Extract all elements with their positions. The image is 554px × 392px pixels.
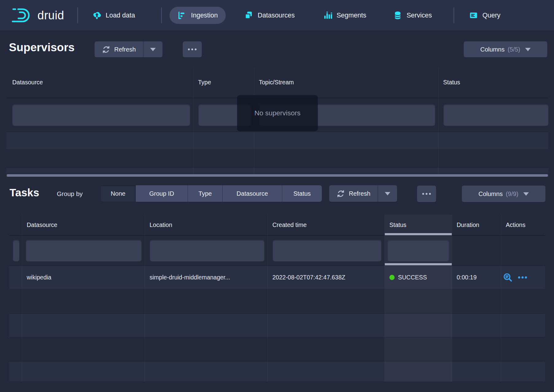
table-cell (9, 266, 22, 290)
druid-logo[interactable]: druid (12, 0, 64, 31)
table-cell (22, 290, 145, 313)
task-datasource-cell[interactable]: wikipedia (22, 266, 145, 290)
task-duration-cell[interactable]: 0:00:19 (452, 266, 501, 290)
table-cell (9, 313, 22, 337)
supervisors-col-header-topic-stream[interactable]: Topic/Stream (254, 67, 439, 98)
database-icon (393, 11, 402, 20)
chevron-down-icon (525, 48, 531, 51)
task-created-time-cell[interactable]: 2022-08-02T07:42:47.638Z (268, 266, 385, 290)
nav-item-load-data[interactable]: Load data (92, 0, 135, 31)
ellipsis-icon (188, 48, 190, 50)
bar-chart-icon (323, 11, 332, 20)
cloud-upload-icon (92, 11, 101, 20)
table-cell (22, 236, 145, 266)
chevron-down-icon (150, 48, 156, 51)
supervisors-datasource-filter-input[interactable] (12, 104, 190, 126)
nav-item-query[interactable]: Query (469, 0, 501, 31)
supervisors-status-filter-input[interactable] (443, 104, 548, 126)
table-cell (385, 337, 452, 361)
table-cell (254, 132, 439, 150)
nav-divider (77, 7, 78, 23)
tasks-col-header-clipped[interactable] (9, 215, 22, 236)
nav-item-datasources[interactable]: Datasources (244, 0, 295, 31)
tasks-clipped-filter-input[interactable] (13, 240, 19, 261)
nav-item-label: Datasources (258, 12, 295, 19)
table-cell (385, 290, 452, 313)
refresh-icon (337, 190, 345, 198)
druid-logo-icon (12, 7, 33, 24)
tasks-col-header-status[interactable]: Status (385, 215, 452, 236)
tasks-refresh-button[interactable]: Refresh (329, 185, 378, 202)
table-cell (452, 290, 501, 313)
query-editor-icon (469, 11, 478, 20)
tasks-col-header-datasource[interactable]: Datasource (22, 215, 145, 236)
table-cell (501, 290, 545, 313)
tasks-created-time-filter-input[interactable] (273, 240, 381, 261)
chevron-down-icon (385, 192, 390, 195)
tasks-datasource-filter-input[interactable] (26, 240, 142, 261)
nav-item-label: Query (482, 12, 501, 19)
tasks-more-button[interactable] (417, 186, 436, 202)
table-cell (254, 167, 439, 174)
nav-item-label: Ingestion (191, 12, 218, 19)
task-status-cell[interactable]: SUCCESS (385, 266, 452, 290)
table-cell (145, 236, 268, 266)
supervisors-more-button[interactable] (183, 41, 202, 57)
table-cell (268, 361, 385, 382)
tasks-col-header-duration[interactable]: Duration (452, 215, 501, 236)
table-cell (385, 361, 452, 382)
tasks-refresh-dropdown-button[interactable] (378, 185, 397, 202)
task-details-magnifier-icon[interactable] (503, 273, 513, 282)
task-actions-cell (501, 266, 545, 290)
supervisors-col-header-datasource[interactable]: Datasource (6, 67, 193, 98)
nav-item-ingestion[interactable]: Ingestion (170, 7, 226, 24)
nav-item-segments[interactable]: Segments (323, 0, 366, 31)
table-cell (193, 167, 254, 174)
refresh-label: Refresh (114, 46, 136, 53)
table-cell (439, 132, 548, 150)
group-by-status-button[interactable]: Status (282, 185, 322, 202)
ingestion-chart-icon (178, 11, 187, 20)
group-by-group-id-button[interactable]: Group ID (136, 185, 188, 202)
tasks-col-header-location[interactable]: Location (145, 215, 268, 236)
table-cell (145, 313, 268, 337)
nav-item-services[interactable]: Services (393, 0, 432, 31)
table-cell (193, 132, 254, 150)
columns-count: (9/9) (506, 190, 518, 198)
supervisors-col-header-type[interactable]: Type (193, 67, 254, 98)
tasks-col-header-created-time[interactable]: Created time (268, 215, 385, 236)
table-cell (6, 132, 193, 150)
tasks-refresh-split-button: Refresh (329, 185, 397, 201)
supervisors-refresh-dropdown-button[interactable] (143, 41, 162, 57)
supervisors-refresh-button[interactable]: Refresh (95, 41, 143, 57)
table-cell (268, 290, 385, 313)
table-cell (452, 337, 501, 361)
table-cell (6, 150, 193, 167)
tasks-location-filter-input[interactable] (150, 240, 264, 261)
group-by-type-button[interactable]: Type (188, 185, 223, 202)
table-cell (385, 236, 452, 266)
table-cell (6, 167, 193, 174)
refresh-label: Refresh (349, 190, 370, 197)
scrollbar-thumb[interactable] (7, 174, 548, 177)
supervisors-col-header-status[interactable]: Status (439, 67, 548, 98)
task-location-cell[interactable]: simple-druid-middlemanager... (145, 266, 268, 290)
group-by-none-button[interactable]: None (101, 185, 136, 202)
tasks-col-header-actions[interactable]: Actions (501, 215, 545, 236)
supervisors-title: Supervisors (9, 41, 75, 54)
refresh-icon (102, 45, 110, 54)
no-supervisors-message: No supervisors (237, 95, 318, 131)
supervisors-refresh-split-button: Refresh (95, 41, 162, 57)
tasks-status-filter-input[interactable] (388, 240, 449, 261)
task-more-actions-icon[interactable] (518, 276, 527, 279)
table-cell (268, 313, 385, 337)
status-dot-success (389, 275, 395, 280)
table-cell (9, 236, 22, 266)
group-by-label: Group by (57, 190, 83, 198)
table-cell (9, 337, 22, 361)
druid-console: druid Load data (0, 0, 554, 392)
columns-label: Columns (478, 190, 503, 198)
tasks-columns-button[interactable]: Columns (9/9) (462, 186, 545, 202)
group-by-datasource-button[interactable]: Datasource (223, 185, 282, 202)
supervisors-columns-button[interactable]: Columns (5/5) (464, 41, 547, 57)
